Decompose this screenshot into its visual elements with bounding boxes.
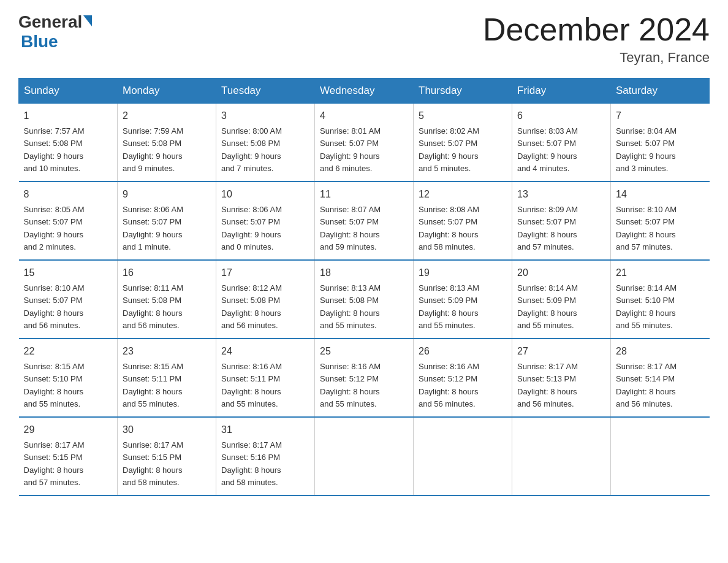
calendar-cell: 8Sunrise: 8:05 AMSunset: 5:07 PMDaylight… — [19, 182, 118, 260]
day-number: 21 — [616, 266, 705, 280]
day-number: 7 — [616, 109, 705, 123]
cell-info: Sunrise: 8:12 AMSunset: 5:08 PMDaylight:… — [221, 283, 282, 330]
day-number: 5 — [419, 109, 507, 123]
cell-info: Sunrise: 8:02 AMSunset: 5:07 PMDaylight:… — [419, 126, 479, 173]
calendar-cell — [611, 417, 710, 496]
calendar-cell: 16Sunrise: 8:11 AMSunset: 5:08 PMDayligh… — [118, 260, 216, 339]
calendar-cell: 14Sunrise: 8:10 AMSunset: 5:07 PMDayligh… — [611, 182, 710, 260]
page-header: General Blue December 2024 Teyran, Franc… — [18, 12, 710, 66]
location: Teyran, France — [483, 50, 710, 66]
day-number: 20 — [517, 266, 605, 280]
calendar-cell: 22Sunrise: 8:15 AMSunset: 5:10 PMDayligh… — [19, 339, 118, 417]
day-number: 10 — [221, 187, 309, 202]
day-number: 28 — [616, 344, 705, 359]
header-saturday: Saturday — [611, 79, 710, 104]
day-number: 14 — [616, 187, 705, 202]
cell-info: Sunrise: 8:17 AMSunset: 5:14 PMDaylight:… — [616, 362, 677, 408]
day-number: 13 — [517, 187, 605, 202]
day-number: 2 — [123, 109, 211, 123]
calendar-cell: 30Sunrise: 8:17 AMSunset: 5:15 PMDayligh… — [118, 417, 216, 496]
calendar-cell: 25Sunrise: 8:16 AMSunset: 5:12 PMDayligh… — [315, 339, 414, 417]
calendar-cell: 31Sunrise: 8:17 AMSunset: 5:16 PMDayligh… — [216, 417, 315, 496]
cell-info: Sunrise: 8:17 AMSunset: 5:16 PMDaylight:… — [221, 440, 282, 487]
cell-info: Sunrise: 8:10 AMSunset: 5:07 PMDaylight:… — [616, 205, 677, 251]
day-number: 6 — [517, 109, 605, 123]
calendar-cell — [414, 417, 512, 496]
day-number: 8 — [24, 187, 113, 202]
cell-info: Sunrise: 8:06 AMSunset: 5:07 PMDaylight:… — [221, 205, 282, 251]
cell-info: Sunrise: 8:08 AMSunset: 5:07 PMDaylight:… — [419, 205, 479, 251]
calendar-cell: 15Sunrise: 8:10 AMSunset: 5:07 PMDayligh… — [19, 260, 118, 339]
day-number: 1 — [24, 109, 113, 123]
calendar-cell — [315, 417, 414, 496]
calendar-cell: 24Sunrise: 8:16 AMSunset: 5:11 PMDayligh… — [216, 339, 315, 417]
calendar-cell: 2Sunrise: 7:59 AMSunset: 5:08 PMDaylight… — [118, 104, 216, 182]
calendar-cell: 28Sunrise: 8:17 AMSunset: 5:14 PMDayligh… — [611, 339, 710, 417]
header-friday: Friday — [512, 79, 611, 104]
day-number: 29 — [24, 423, 113, 437]
calendar-cell: 5Sunrise: 8:02 AMSunset: 5:07 PMDaylight… — [414, 104, 512, 182]
cell-info: Sunrise: 8:10 AMSunset: 5:07 PMDaylight:… — [24, 283, 85, 330]
calendar-cell: 18Sunrise: 8:13 AMSunset: 5:08 PMDayligh… — [315, 260, 414, 339]
header-tuesday: Tuesday — [216, 79, 315, 104]
header-wednesday: Wednesday — [315, 79, 414, 104]
day-number: 23 — [123, 344, 211, 359]
cell-info: Sunrise: 8:06 AMSunset: 5:07 PMDaylight:… — [123, 205, 183, 251]
day-number: 30 — [123, 423, 211, 437]
day-number: 16 — [123, 266, 211, 280]
calendar-cell: 21Sunrise: 8:14 AMSunset: 5:10 PMDayligh… — [611, 260, 710, 339]
day-number: 24 — [221, 344, 309, 359]
day-number: 15 — [24, 266, 113, 280]
calendar-week-row: 1Sunrise: 7:57 AMSunset: 5:08 PMDaylight… — [19, 104, 710, 182]
day-number: 18 — [320, 266, 408, 280]
calendar-cell: 23Sunrise: 8:15 AMSunset: 5:11 PMDayligh… — [118, 339, 216, 417]
cell-info: Sunrise: 8:00 AMSunset: 5:08 PMDaylight:… — [221, 126, 282, 173]
cell-info: Sunrise: 8:14 AMSunset: 5:10 PMDaylight:… — [616, 283, 677, 330]
header-sunday: Sunday — [19, 79, 118, 104]
cell-info: Sunrise: 8:05 AMSunset: 5:07 PMDaylight:… — [24, 205, 85, 251]
cell-info: Sunrise: 8:16 AMSunset: 5:12 PMDaylight:… — [419, 362, 479, 408]
calendar-week-row: 8Sunrise: 8:05 AMSunset: 5:07 PMDaylight… — [19, 182, 710, 260]
calendar-cell: 1Sunrise: 7:57 AMSunset: 5:08 PMDaylight… — [19, 104, 118, 182]
cell-info: Sunrise: 8:04 AMSunset: 5:07 PMDaylight:… — [616, 126, 677, 173]
day-number: 26 — [419, 344, 507, 359]
cell-info: Sunrise: 8:14 AMSunset: 5:09 PMDaylight:… — [517, 283, 578, 330]
calendar-cell — [512, 417, 611, 496]
logo-general: General — [18, 12, 82, 32]
day-number: 3 — [221, 109, 309, 123]
cell-info: Sunrise: 8:13 AMSunset: 5:08 PMDaylight:… — [320, 283, 381, 330]
calendar-week-row: 15Sunrise: 8:10 AMSunset: 5:07 PMDayligh… — [19, 260, 710, 339]
calendar-cell: 29Sunrise: 8:17 AMSunset: 5:15 PMDayligh… — [19, 417, 118, 496]
calendar-cell: 10Sunrise: 8:06 AMSunset: 5:07 PMDayligh… — [216, 182, 315, 260]
day-number: 27 — [517, 344, 605, 359]
calendar-cell: 17Sunrise: 8:12 AMSunset: 5:08 PMDayligh… — [216, 260, 315, 339]
header-thursday: Thursday — [414, 79, 512, 104]
calendar-cell: 20Sunrise: 8:14 AMSunset: 5:09 PMDayligh… — [512, 260, 611, 339]
day-number: 31 — [221, 423, 309, 437]
cell-info: Sunrise: 8:11 AMSunset: 5:08 PMDaylight:… — [123, 283, 183, 330]
calendar-cell: 7Sunrise: 8:04 AMSunset: 5:07 PMDaylight… — [611, 104, 710, 182]
cell-info: Sunrise: 7:57 AMSunset: 5:08 PMDaylight:… — [24, 126, 85, 173]
cell-info: Sunrise: 8:15 AMSunset: 5:11 PMDaylight:… — [123, 362, 183, 408]
calendar-week-row: 22Sunrise: 8:15 AMSunset: 5:10 PMDayligh… — [19, 339, 710, 417]
cell-info: Sunrise: 8:16 AMSunset: 5:12 PMDaylight:… — [320, 362, 381, 408]
cell-info: Sunrise: 8:17 AMSunset: 5:15 PMDaylight:… — [123, 440, 183, 487]
calendar-cell: 27Sunrise: 8:17 AMSunset: 5:13 PMDayligh… — [512, 339, 611, 417]
calendar-header-row: SundayMondayTuesdayWednesdayThursdayFrid… — [19, 79, 710, 104]
day-number: 19 — [419, 266, 507, 280]
calendar-cell: 13Sunrise: 8:09 AMSunset: 5:07 PMDayligh… — [512, 182, 611, 260]
day-number: 25 — [320, 344, 408, 359]
logo-triangle-icon — [83, 15, 92, 26]
cell-info: Sunrise: 8:01 AMSunset: 5:07 PMDaylight:… — [320, 126, 381, 173]
calendar-cell: 3Sunrise: 8:00 AMSunset: 5:08 PMDaylight… — [216, 104, 315, 182]
calendar-week-row: 29Sunrise: 8:17 AMSunset: 5:15 PMDayligh… — [19, 417, 710, 496]
day-number: 11 — [320, 187, 408, 202]
calendar-table: SundayMondayTuesdayWednesdayThursdayFrid… — [18, 78, 710, 496]
day-number: 22 — [24, 344, 113, 359]
calendar-cell: 19Sunrise: 8:13 AMSunset: 5:09 PMDayligh… — [414, 260, 512, 339]
cell-info: Sunrise: 8:13 AMSunset: 5:09 PMDaylight:… — [419, 283, 479, 330]
calendar-cell: 9Sunrise: 8:06 AMSunset: 5:07 PMDaylight… — [118, 182, 216, 260]
cell-info: Sunrise: 8:17 AMSunset: 5:13 PMDaylight:… — [517, 362, 578, 408]
day-number: 4 — [320, 109, 408, 123]
title-block: December 2024 Teyran, France — [483, 12, 710, 66]
